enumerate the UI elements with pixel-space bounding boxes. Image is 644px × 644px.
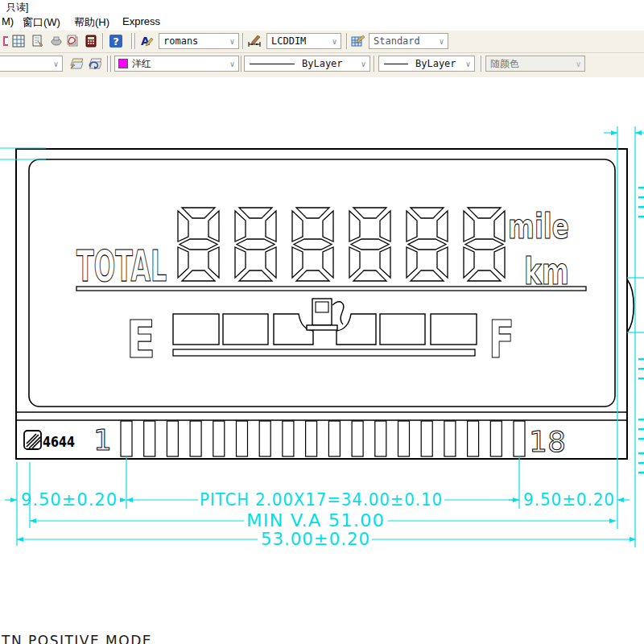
calculator-icon[interactable] — [83, 33, 99, 49]
chevron-down-icon[interactable]: ∨ — [50, 60, 62, 68]
toolbar-separator — [242, 33, 244, 49]
render-cloud-icon[interactable] — [64, 33, 80, 49]
odometer-digits — [178, 208, 505, 281]
dim-right-margin: 9.50±0.20 — [523, 490, 615, 510]
color-value: 洋红 — [128, 57, 226, 71]
lineweight-value: ByLayer — [411, 58, 462, 69]
color-select[interactable]: 洋红 ∨ — [114, 56, 239, 72]
mode-note: TN POSITIVE MODE — [1, 633, 152, 644]
dimension-lines — [0, 126, 644, 547]
dim-min-va: MIN V.A 51.00 — [246, 511, 385, 530]
grid-view-icon[interactable] — [10, 33, 27, 49]
toolbar-separator — [346, 33, 348, 49]
linetype-value: ByLayer — [298, 58, 357, 69]
plot-style-select: 随颜色 ∨ — [485, 56, 585, 72]
table-style-value: Standard — [369, 35, 436, 47]
layer-select[interactable]: ∨ — [0, 56, 63, 72]
pin-last-label: 18 — [529, 425, 566, 458]
table-style-icon[interactable] — [350, 33, 366, 49]
toolbar-separator — [102, 33, 104, 49]
mile-label: mile — [508, 207, 569, 246]
dim-overall: 53.00±0.20 — [261, 530, 370, 549]
chevron-down-icon: ∨ — [572, 60, 584, 68]
toolbar-separator — [374, 56, 375, 72]
dim-left-margin: 9.50±0.20 — [21, 490, 118, 510]
toolbar-separator — [131, 33, 133, 49]
km-label: km — [524, 250, 569, 293]
text-style-select[interactable]: romans ∨ — [159, 33, 239, 49]
dim-style-icon[interactable] — [246, 33, 262, 49]
menu-item-window[interactable]: 窗口(W) — [23, 15, 60, 30]
fuel-full-label: F — [489, 310, 514, 369]
dim-style-select[interactable]: LCDDIM ∨ — [266, 33, 341, 49]
fuel-pump-icon — [307, 299, 344, 330]
cad-drawing-canvas[interactable]: TOTAL mile km E F 1 18 4644 — [0, 77, 644, 644]
toolbar-separator — [107, 56, 109, 72]
toolbar-separator — [110, 56, 112, 72]
dim-style-value: LCDDIM — [267, 35, 328, 47]
title-bar: 只读] — [0, 0, 644, 13]
dim-pitch: PITCH 2.00X17=34.00±0.10 — [200, 490, 443, 510]
lineweight-select[interactable]: ByLayer ∨ — [378, 56, 475, 72]
text-style-icon[interactable]: A — [138, 33, 155, 49]
linetype-select[interactable]: ByLayer ∨ — [244, 56, 370, 72]
connector-pins — [121, 421, 525, 456]
chevron-down-icon[interactable]: ∨ — [462, 60, 474, 68]
chevron-down-icon[interactable]: ∨ — [357, 60, 369, 68]
toolbar-row-styles: ? A romans ∨ LCDDIM ∨ Standard ∨ — [0, 31, 644, 53]
make-layer-current-icon[interactable] — [68, 56, 84, 72]
lineweight-sample — [384, 64, 408, 64]
render-icon[interactable] — [48, 33, 64, 49]
toolbar-separator — [241, 56, 242, 72]
svg-text:?: ? — [113, 35, 119, 47]
chevron-down-icon[interactable]: ∨ — [226, 60, 238, 68]
dimension-arrows — [10, 130, 642, 542]
toolbar-row-properties: ∨ 洋红 ∨ ByLayer ∨ ByLayer ∨ 随颜色 ∨ — [0, 53, 644, 76]
chevron-down-icon[interactable]: ∨ — [226, 37, 238, 46]
part-number: 4644 — [43, 433, 75, 450]
pin-first-label: 1 — [93, 423, 112, 456]
text-style-value: romans — [159, 35, 226, 47]
fuel-empty-label: E — [126, 310, 155, 369]
linetype-sample — [250, 64, 295, 64]
layer-previous-icon[interactable] — [86, 56, 102, 72]
toolbar-separator — [134, 33, 136, 49]
maker-logo — [24, 431, 41, 449]
fuel-gauge-underline — [173, 349, 475, 356]
toolbar-separator — [481, 56, 482, 72]
menu-item-help[interactable]: 帮助(H) — [74, 15, 109, 30]
help-icon[interactable]: ? — [108, 33, 124, 49]
clipped-dimension-text — [638, 187, 644, 474]
menu-bar: M) 窗口(W) 帮助(H) Express — [0, 13, 644, 31]
total-label: TOTAL — [76, 242, 167, 291]
sheet-edit-icon[interactable] — [30, 33, 46, 49]
glass-fill-bump — [627, 279, 634, 332]
chevron-down-icon[interactable]: ∨ — [436, 37, 448, 46]
menu-item-express[interactable]: Express — [122, 15, 160, 27]
clipped-icon[interactable] — [0, 33, 10, 49]
toolbar-area: ? A romans ∨ LCDDIM ∨ Standard ∨ — [0, 31, 644, 78]
lcd-panel-drawing: TOTAL mile km E F 1 18 4644 — [0, 77, 644, 644]
chevron-down-icon[interactable]: ∨ — [328, 37, 341, 46]
table-style-select[interactable]: Standard ∨ — [369, 33, 448, 49]
menu-item-modify-partial[interactable]: M) — [2, 15, 14, 27]
color-swatch — [118, 59, 128, 68]
plot-style-value: 随颜色 — [486, 57, 572, 71]
